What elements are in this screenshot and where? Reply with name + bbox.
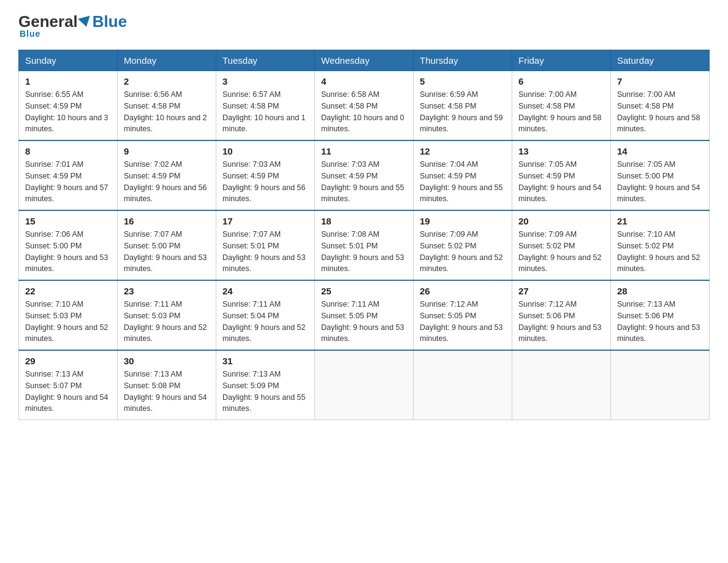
calendar-day-cell: 13Sunrise: 7:05 AMSunset: 4:59 PMDayligh… <box>512 140 611 210</box>
calendar-day-cell: 14Sunrise: 7:05 AMSunset: 5:00 PMDayligh… <box>611 140 710 210</box>
day-number: 25 <box>321 286 407 296</box>
day-number: 6 <box>518 76 604 86</box>
day-number: 4 <box>321 76 407 86</box>
weekday-header-thursday: Thursday <box>414 50 512 71</box>
calendar-day-cell: 2Sunrise: 6:56 AMSunset: 4:58 PMDaylight… <box>118 71 216 141</box>
weekday-header-wednesday: Wednesday <box>315 50 414 71</box>
day-info: Sunrise: 7:11 AMSunset: 5:05 PMDaylight:… <box>321 299 407 345</box>
calendar-day-cell <box>512 350 611 420</box>
calendar-day-cell: 21Sunrise: 7:10 AMSunset: 5:02 PMDayligh… <box>611 210 710 280</box>
calendar-day-cell: 27Sunrise: 7:12 AMSunset: 5:06 PMDayligh… <box>512 280 611 350</box>
day-info: Sunrise: 7:03 AMSunset: 4:59 PMDaylight:… <box>222 159 308 205</box>
day-number: 30 <box>124 356 210 366</box>
day-number: 7 <box>617 76 703 86</box>
logo-blue-text: Blue <box>93 12 127 31</box>
day-info: Sunrise: 6:55 AMSunset: 4:59 PMDaylight:… <box>25 89 111 135</box>
calendar-day-cell <box>315 350 414 420</box>
day-info: Sunrise: 7:07 AMSunset: 5:01 PMDaylight:… <box>222 229 308 275</box>
day-info: Sunrise: 6:56 AMSunset: 4:58 PMDaylight:… <box>124 89 210 135</box>
calendar-day-cell: 10Sunrise: 7:03 AMSunset: 4:59 PMDayligh… <box>216 140 315 210</box>
day-info: Sunrise: 7:12 AMSunset: 5:05 PMDaylight:… <box>420 299 506 345</box>
day-info: Sunrise: 7:13 AMSunset: 5:07 PMDaylight:… <box>25 369 111 415</box>
calendar-day-cell: 18Sunrise: 7:08 AMSunset: 5:01 PMDayligh… <box>315 210 414 280</box>
weekday-header-saturday: Saturday <box>611 50 710 71</box>
day-number: 11 <box>321 146 407 156</box>
day-number: 16 <box>124 216 210 226</box>
calendar-week-row: 1Sunrise: 6:55 AMSunset: 4:59 PMDaylight… <box>19 71 710 141</box>
calendar-day-cell: 26Sunrise: 7:12 AMSunset: 5:05 PMDayligh… <box>414 280 512 350</box>
day-info: Sunrise: 7:01 AMSunset: 4:59 PMDaylight:… <box>25 159 111 205</box>
day-number: 18 <box>321 216 407 226</box>
day-info: Sunrise: 7:02 AMSunset: 4:59 PMDaylight:… <box>124 159 210 205</box>
day-info: Sunrise: 7:10 AMSunset: 5:02 PMDaylight:… <box>617 229 703 275</box>
day-info: Sunrise: 7:11 AMSunset: 5:04 PMDaylight:… <box>222 299 308 345</box>
calendar-day-cell: 1Sunrise: 6:55 AMSunset: 4:59 PMDaylight… <box>19 71 118 141</box>
day-info: Sunrise: 7:11 AMSunset: 5:03 PMDaylight:… <box>124 299 210 345</box>
calendar-day-cell <box>611 350 710 420</box>
calendar-day-cell: 8Sunrise: 7:01 AMSunset: 4:59 PMDaylight… <box>19 140 118 210</box>
day-info: Sunrise: 7:05 AMSunset: 5:00 PMDaylight:… <box>617 159 703 205</box>
calendar-header-row: SundayMondayTuesdayWednesdayThursdayFrid… <box>19 50 710 71</box>
page-header: General Blue Blue <box>18 12 710 39</box>
weekday-header-monday: Monday <box>118 50 216 71</box>
day-number: 9 <box>124 146 210 156</box>
day-info: Sunrise: 6:58 AMSunset: 4:58 PMDaylight:… <box>321 89 407 135</box>
day-number: 24 <box>222 286 308 296</box>
logo-underline: Blue <box>20 29 40 39</box>
day-info: Sunrise: 7:09 AMSunset: 5:02 PMDaylight:… <box>420 229 506 275</box>
logo: General Blue Blue <box>18 12 127 39</box>
calendar-week-row: 22Sunrise: 7:10 AMSunset: 5:03 PMDayligh… <box>19 280 710 350</box>
calendar-week-row: 8Sunrise: 7:01 AMSunset: 4:59 PMDaylight… <box>19 140 710 210</box>
day-info: Sunrise: 6:59 AMSunset: 4:58 PMDaylight:… <box>420 89 506 135</box>
weekday-header-sunday: Sunday <box>19 50 118 71</box>
calendar-table: SundayMondayTuesdayWednesdayThursdayFrid… <box>18 50 710 420</box>
day-number: 2 <box>124 76 210 86</box>
day-info: Sunrise: 7:05 AMSunset: 4:59 PMDaylight:… <box>518 159 604 205</box>
day-number: 5 <box>420 76 506 86</box>
day-info: Sunrise: 7:00 AMSunset: 4:58 PMDaylight:… <box>518 89 604 135</box>
day-info: Sunrise: 7:06 AMSunset: 5:00 PMDaylight:… <box>25 229 111 275</box>
day-info: Sunrise: 6:57 AMSunset: 4:58 PMDaylight:… <box>222 89 308 135</box>
day-number: 17 <box>222 216 308 226</box>
day-number: 21 <box>617 216 703 226</box>
logo-triangle-icon <box>78 15 92 28</box>
day-info: Sunrise: 7:07 AMSunset: 5:00 PMDaylight:… <box>124 229 210 275</box>
calendar-day-cell: 25Sunrise: 7:11 AMSunset: 5:05 PMDayligh… <box>315 280 414 350</box>
day-number: 20 <box>518 216 604 226</box>
calendar-day-cell: 16Sunrise: 7:07 AMSunset: 5:00 PMDayligh… <box>118 210 216 280</box>
day-info: Sunrise: 7:13 AMSunset: 5:09 PMDaylight:… <box>222 369 308 415</box>
day-info: Sunrise: 7:03 AMSunset: 4:59 PMDaylight:… <box>321 159 407 205</box>
day-info: Sunrise: 7:04 AMSunset: 4:59 PMDaylight:… <box>420 159 506 205</box>
day-info: Sunrise: 7:10 AMSunset: 5:03 PMDaylight:… <box>25 299 111 345</box>
calendar-day-cell <box>414 350 512 420</box>
day-info: Sunrise: 7:08 AMSunset: 5:01 PMDaylight:… <box>321 229 407 275</box>
day-info: Sunrise: 7:09 AMSunset: 5:02 PMDaylight:… <box>518 229 604 275</box>
day-number: 10 <box>222 146 308 156</box>
day-info: Sunrise: 7:12 AMSunset: 5:06 PMDaylight:… <box>518 299 604 345</box>
calendar-day-cell: 4Sunrise: 6:58 AMSunset: 4:58 PMDaylight… <box>315 71 414 141</box>
day-number: 28 <box>617 286 703 296</box>
calendar-day-cell: 28Sunrise: 7:13 AMSunset: 5:06 PMDayligh… <box>611 280 710 350</box>
day-number: 14 <box>617 146 703 156</box>
calendar-day-cell: 7Sunrise: 7:00 AMSunset: 4:58 PMDaylight… <box>611 71 710 141</box>
calendar-day-cell: 19Sunrise: 7:09 AMSunset: 5:02 PMDayligh… <box>414 210 512 280</box>
calendar-day-cell: 3Sunrise: 6:57 AMSunset: 4:58 PMDaylight… <box>216 71 315 141</box>
day-number: 1 <box>25 76 111 86</box>
calendar-day-cell: 15Sunrise: 7:06 AMSunset: 5:00 PMDayligh… <box>19 210 118 280</box>
weekday-header-friday: Friday <box>512 50 611 71</box>
day-info: Sunrise: 7:13 AMSunset: 5:06 PMDaylight:… <box>617 299 703 345</box>
day-info: Sunrise: 7:13 AMSunset: 5:08 PMDaylight:… <box>124 369 210 415</box>
day-number: 27 <box>518 286 604 296</box>
day-number: 15 <box>25 216 111 226</box>
calendar-day-cell: 11Sunrise: 7:03 AMSunset: 4:59 PMDayligh… <box>315 140 414 210</box>
calendar-day-cell: 31Sunrise: 7:13 AMSunset: 5:09 PMDayligh… <box>216 350 315 420</box>
calendar-day-cell: 24Sunrise: 7:11 AMSunset: 5:04 PMDayligh… <box>216 280 315 350</box>
calendar-day-cell: 17Sunrise: 7:07 AMSunset: 5:01 PMDayligh… <box>216 210 315 280</box>
day-number: 23 <box>124 286 210 296</box>
calendar-day-cell: 23Sunrise: 7:11 AMSunset: 5:03 PMDayligh… <box>118 280 216 350</box>
calendar-day-cell: 22Sunrise: 7:10 AMSunset: 5:03 PMDayligh… <box>19 280 118 350</box>
day-number: 3 <box>222 76 308 86</box>
calendar-day-cell: 30Sunrise: 7:13 AMSunset: 5:08 PMDayligh… <box>118 350 216 420</box>
calendar-week-row: 15Sunrise: 7:06 AMSunset: 5:00 PMDayligh… <box>19 210 710 280</box>
calendar-day-cell: 5Sunrise: 6:59 AMSunset: 4:58 PMDaylight… <box>414 71 512 141</box>
